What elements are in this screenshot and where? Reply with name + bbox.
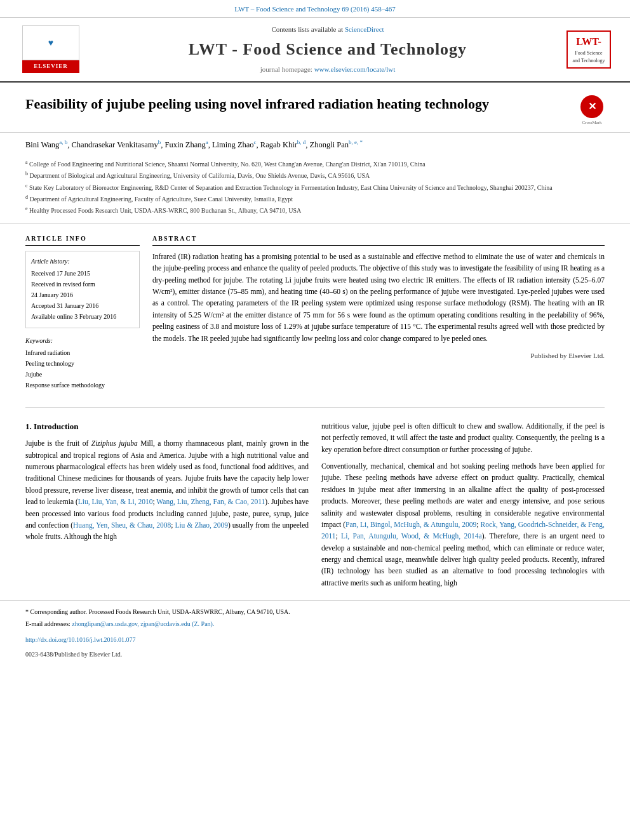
article-info-title: ARTICLE INFO xyxy=(25,234,140,246)
ref-liu-zhao-2009[interactable]: Liu & Zhao, 2009 xyxy=(175,521,228,529)
date-accepted: Accepted 31 January 2016 xyxy=(31,301,134,310)
author-chandrasekar: Chandrasekar Venkitasamy xyxy=(72,140,158,149)
email-link[interactable]: zhonglipan@ars.usda.gov, zjpan@ucdavis.e… xyxy=(72,620,214,627)
crossmark-icon: ✕ xyxy=(580,95,603,118)
elsevier-label: ELSEVIER xyxy=(22,60,79,73)
journal-header: ♥ ELSEVIER Contents lists available at S… xyxy=(0,18,630,83)
doi-link[interactable]: http://dx.doi.org/10.1016/j.lwt.2016.01.… xyxy=(25,636,135,643)
keywords-section: Keywords: Infrared radiation Peeling tec… xyxy=(25,336,140,390)
sciencedirect-anchor[interactable]: ScienceDirect xyxy=(345,25,384,33)
ref-pan-2009[interactable]: Pan, Li, Bingol, McHugh, & Atungulu, 200… xyxy=(345,521,476,528)
journal-citation: LWT – Food Science and Technology 69 (20… xyxy=(234,5,395,13)
author-bini-wang: Bini Wang xyxy=(25,140,59,149)
left-column: 1. Introduction Jujube is the fruit of Z… xyxy=(25,420,309,594)
right-paragraph-2: Conventionally, mechanical, chemical and… xyxy=(321,460,605,589)
ref-li-2014a[interactable]: Li, Pan, Atungulu, Wood, & McHugh, 2014a xyxy=(341,532,482,540)
affil-e: e Healthy Processed Foods Research Unit,… xyxy=(25,205,605,215)
crossmark-badge[interactable]: ✕ CrossMark xyxy=(579,95,605,126)
abstract-title: ABSTRACT xyxy=(152,234,605,246)
header-center: Contents lists available at ScienceDirec… xyxy=(89,24,566,75)
article-title-section: Feasibility of jujube peeling using nove… xyxy=(0,83,630,133)
ref-wang-2011[interactable]: Wang, Liu, Zheng, Fan, & Cao, 2011 xyxy=(156,498,265,505)
keyword-1: Infrared radiation xyxy=(25,348,140,357)
right-column: nutritious value, jujube peel is often d… xyxy=(321,420,605,594)
intro-paragraph-1: Jujube is the fruit of Ziziphus jujuba M… xyxy=(25,437,309,543)
affil-a: a College of Food Engineering and Nutrit… xyxy=(25,159,605,169)
section-divider xyxy=(25,407,605,408)
affil-b: b Department of Biological and Agricultu… xyxy=(25,170,605,180)
introduction-title: 1. Introduction xyxy=(25,420,309,433)
footer-doi: http://dx.doi.org/10.1016/j.lwt.2016.01.… xyxy=(0,631,630,648)
elsevier-logo: ♥ ELSEVIER xyxy=(13,25,89,73)
article-info-panel: ARTICLE INFO Article history: Received 1… xyxy=(25,234,140,391)
journal-homepage: journal homepage: www.elsevier.com/locat… xyxy=(89,64,566,75)
abstract-section: ABSTRACT Infrared (IR) radiation heating… xyxy=(152,234,605,391)
footnote-section: * Corresponding author. Processed Foods … xyxy=(0,600,630,629)
journal-title: LWT - Food Science and Technology xyxy=(89,37,566,62)
corresponding-author-note: * Corresponding author. Processed Foods … xyxy=(25,607,605,617)
article-title: Feasibility of jujube peeling using nove… xyxy=(25,95,573,114)
footer-issn: 0023-6438/Published by Elsevier Ltd. xyxy=(0,648,630,664)
author-liming: Liming Zhao xyxy=(212,140,254,149)
journal-citation-bar: LWT – Food Science and Technology 69 (20… xyxy=(0,0,630,18)
article-history-title: Article history: xyxy=(31,257,134,266)
date-revised: 24 January 2016 xyxy=(31,290,134,300)
ref-huang-2008[interactable]: Huang, Yen, Sheu, & Chau, 2008 xyxy=(73,521,171,529)
keyword-4: Response surface methodology xyxy=(25,380,140,390)
keyword-3: Jujube xyxy=(25,370,140,379)
date-received: Received 17 June 2015 xyxy=(31,269,134,278)
journal-homepage-link[interactable]: www.elsevier.com/locate/lwt xyxy=(314,65,396,73)
sciencedirect-link: Contents lists available at ScienceDirec… xyxy=(89,24,566,35)
article-history-box: Article history: Received 17 June 2015 R… xyxy=(25,251,140,328)
author-fuxin: Fuxin Zhang xyxy=(164,140,205,149)
email-note: E-mail addresses: zhonglipan@ars.usda.go… xyxy=(25,619,605,629)
lwt-logo: LWT- Food Science and Technology xyxy=(566,30,617,69)
author-ragab: Ragab Khir xyxy=(260,140,297,149)
keywords-title: Keywords: xyxy=(25,336,140,345)
date-revised-label: Received in revised form xyxy=(31,279,134,289)
author-zhongli: Zhongli Pan xyxy=(310,140,349,149)
affil-d: d Department of Agricultural Engineering… xyxy=(25,194,605,204)
crossmark-label: CrossMark xyxy=(582,119,601,126)
lwt-badge: LWT- Food Science and Technology xyxy=(566,30,611,69)
right-paragraph-1: nutritious value, jujube peel is often d… xyxy=(321,420,605,455)
abstract-text: Infrared (IR) radiation heating has a pr… xyxy=(152,251,605,344)
ref-liu-2010[interactable]: Liu, Liu, Yan, & Li, 2010 xyxy=(78,498,153,505)
main-content: 1. Introduction Jujube is the fruit of Z… xyxy=(0,414,630,600)
published-by: Published by Elsevier Ltd. xyxy=(152,350,605,361)
authors-section: Bini Wanga, b, Chandrasekar Venkitasamyb… xyxy=(0,133,630,156)
affil-c: c State Key Laboratory of Bioreactor Eng… xyxy=(25,182,605,192)
date-online: Available online 3 February 2016 xyxy=(31,312,134,321)
article-body: ARTICLE INFO Article history: Received 1… xyxy=(0,224,630,401)
section-number: 1. Introduction xyxy=(25,422,79,431)
affiliations-section: a College of Food Engineering and Nutrit… xyxy=(0,156,630,224)
keyword-2: Peeling technology xyxy=(25,359,140,368)
